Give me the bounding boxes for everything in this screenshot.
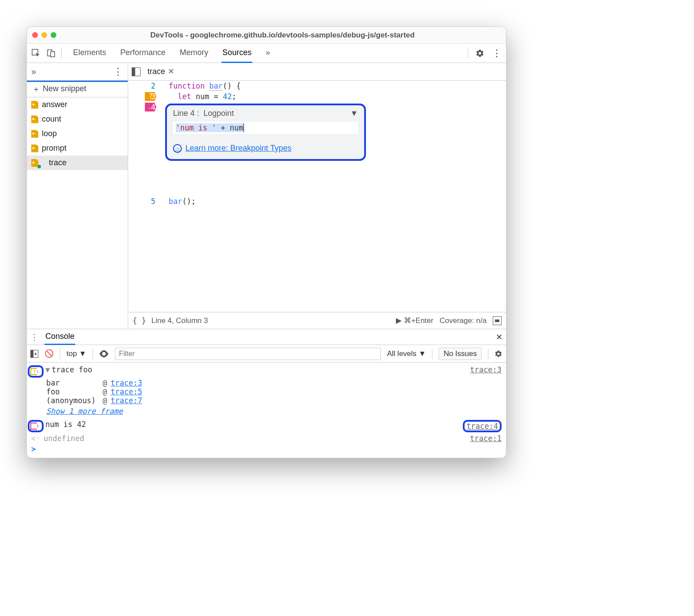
source-link[interactable]: trace:3 bbox=[470, 365, 502, 374]
snippets-sidebar: » ⋮ ＋ New snippet answer count loop prom… bbox=[27, 63, 128, 329]
inspect-element-icon[interactable] bbox=[31, 48, 41, 58]
line-number[interactable]: 2 bbox=[146, 81, 155, 91]
line-number[interactable]: 3 bbox=[146, 91, 155, 102]
divider bbox=[60, 349, 60, 359]
snippet-file-icon bbox=[31, 101, 38, 109]
log-levels-dropdown[interactable]: All levels ▼ bbox=[387, 349, 426, 358]
console-panel: ⋮ Console ✕ ▸ 🚫 top ▼ All levels ▼ No Is… bbox=[27, 329, 506, 458]
context-selector[interactable]: top ▼ bbox=[66, 349, 86, 358]
stack-trace: bar@trace:3 foo@trace:5 (anonymous)@trac… bbox=[46, 379, 502, 405]
run-snippet-button[interactable]: ▶ ⌘+Enter bbox=[396, 316, 433, 325]
traffic-lights bbox=[32, 32, 56, 38]
titlebar: DevTools - googlechrome.github.io/devtoo… bbox=[27, 27, 506, 44]
tab-console[interactable]: Console bbox=[44, 329, 75, 345]
logpoint-editor-popup: Line 4 : Logpoint ▼ 'num is ' + num → Le… bbox=[165, 104, 366, 161]
minimize-window-button[interactable] bbox=[41, 32, 47, 38]
snippet-item-loop[interactable]: loop bbox=[27, 126, 128, 141]
editor-status-bar: { } Line 4, Column 3 ▶ ⌘+Enter Coverage:… bbox=[128, 312, 506, 329]
divider bbox=[468, 48, 468, 59]
trace-badge-icon: ? bbox=[30, 368, 38, 375]
close-tab-icon[interactable]: ✕ bbox=[168, 67, 174, 76]
settings-gear-icon[interactable] bbox=[475, 48, 485, 58]
snippet-item-trace[interactable]: trace bbox=[27, 156, 128, 170]
snippet-item-prompt[interactable]: prompt bbox=[27, 141, 128, 156]
issues-button[interactable]: No Issues bbox=[439, 348, 482, 360]
close-window-button[interactable] bbox=[32, 32, 38, 38]
live-expression-icon[interactable] bbox=[99, 350, 109, 357]
clear-console-icon[interactable]: 🚫 bbox=[44, 349, 54, 358]
frame-function: foo bbox=[46, 387, 99, 396]
code-token: + bbox=[216, 123, 230, 132]
code-token: ; bbox=[232, 92, 236, 101]
console-message: num is 42 bbox=[45, 420, 463, 429]
snippet-label: trace bbox=[49, 158, 66, 167]
frame-link[interactable]: trace:5 bbox=[111, 387, 142, 396]
code-token: bar bbox=[169, 197, 182, 206]
code-token: bar bbox=[209, 82, 223, 91]
snippet-file-icon bbox=[31, 130, 38, 138]
highlight-ring: ‥ bbox=[28, 420, 44, 432]
arrow-circle-icon: → bbox=[173, 144, 182, 153]
main-tabs-row: Elements Performance Memory Sources » ⋮ bbox=[27, 44, 506, 63]
editor-tab-trace[interactable]: trace ✕ bbox=[145, 63, 177, 80]
disclosure-triangle-icon[interactable]: ▼ bbox=[45, 365, 50, 374]
tab-memory[interactable]: Memory bbox=[179, 44, 209, 63]
frame-function: bar bbox=[46, 379, 99, 387]
show-more-frames-link[interactable]: Show 1 more frame bbox=[46, 407, 502, 416]
sidebar-header: » ⋮ bbox=[27, 63, 128, 81]
pretty-print-button[interactable]: { } bbox=[133, 316, 146, 325]
tabs-overflow[interactable]: » bbox=[265, 44, 271, 63]
more-menu-icon[interactable]: ⋮ bbox=[492, 48, 502, 58]
close-drawer-icon[interactable]: ✕ bbox=[496, 332, 502, 342]
context-label: top bbox=[66, 349, 77, 358]
gutter[interactable]: 2 ?3 ‥4 5 bbox=[128, 81, 160, 312]
code-token: num bbox=[196, 92, 209, 101]
window-title: DevTools - googlechrome.github.io/devtoo… bbox=[64, 31, 501, 40]
device-toggle-icon[interactable] bbox=[46, 48, 56, 58]
tab-performance[interactable]: Performance bbox=[119, 44, 166, 63]
plus-icon: ＋ bbox=[32, 84, 40, 94]
source-link[interactable]: trace:4 bbox=[466, 422, 498, 430]
console-output: ? ▼ trace foo trace:3 bar@trace:3 foo@tr… bbox=[27, 363, 506, 458]
toggle-navigator-icon[interactable] bbox=[132, 67, 140, 76]
logpoint-line-label: Line 4 : bbox=[173, 109, 199, 118]
stack-frame: bar@trace:3 bbox=[46, 379, 502, 387]
new-snippet-button[interactable]: ＋ New snippet bbox=[27, 81, 128, 97]
console-filter-input[interactable] bbox=[115, 348, 381, 360]
drawer-menu-icon[interactable]: ⋮ bbox=[30, 332, 38, 342]
return-arrow-icon: <· bbox=[31, 434, 41, 443]
sidebar-overflow-icon[interactable]: » bbox=[31, 67, 36, 77]
snippet-item-count[interactable]: count bbox=[27, 112, 128, 126]
new-snippet-label: New snippet bbox=[43, 84, 86, 93]
stack-frame: (anonymous)@trace:7 bbox=[46, 396, 502, 405]
sidebar-menu-icon[interactable]: ⋮ bbox=[113, 66, 123, 78]
frame-link[interactable]: trace:3 bbox=[111, 379, 142, 387]
line-number[interactable]: 5 bbox=[146, 196, 155, 207]
maximize-window-button[interactable] bbox=[51, 32, 56, 38]
coverage-status: Coverage: n/a bbox=[439, 316, 487, 325]
divider bbox=[61, 48, 62, 59]
code-token: = bbox=[209, 92, 223, 101]
source-link[interactable]: trace:1 bbox=[470, 434, 502, 443]
logpoint-type-dropdown[interactable]: Logpoint bbox=[203, 109, 234, 118]
frame-link[interactable]: trace:7 bbox=[111, 396, 142, 405]
snippet-label: prompt bbox=[42, 144, 66, 153]
dropdown-caret-icon[interactable]: ▼ bbox=[350, 109, 358, 118]
console-prompt-icon[interactable]: > bbox=[31, 445, 41, 453]
divider bbox=[92, 349, 93, 359]
toggle-debugger-sidebar-icon[interactable] bbox=[493, 316, 502, 325]
console-sidebar-toggle-icon[interactable]: ▸ bbox=[30, 350, 38, 358]
code-token: let bbox=[177, 92, 191, 101]
code-token: 'num is ' bbox=[176, 123, 216, 132]
logpoint-expression-input[interactable]: 'num is ' + num bbox=[173, 122, 358, 134]
console-toolbar: ▸ 🚫 top ▼ All levels ▼ No Issues bbox=[27, 345, 506, 363]
tab-elements[interactable]: Elements bbox=[72, 44, 107, 63]
learn-more-link[interactable]: → Learn more: Breakpoint Types bbox=[173, 144, 358, 153]
source-editor: trace ✕ 2 ?3 ‥4 5 function bar() { let n… bbox=[128, 63, 506, 329]
line-number[interactable]: 4 bbox=[146, 102, 155, 112]
snippet-label: loop bbox=[42, 129, 57, 138]
code-area[interactable]: 2 ?3 ‥4 5 function bar() { let num = 42;… bbox=[128, 81, 506, 312]
snippet-item-answer[interactable]: answer bbox=[27, 97, 128, 112]
tab-sources[interactable]: Sources bbox=[221, 44, 252, 63]
console-settings-icon[interactable] bbox=[495, 350, 502, 358]
